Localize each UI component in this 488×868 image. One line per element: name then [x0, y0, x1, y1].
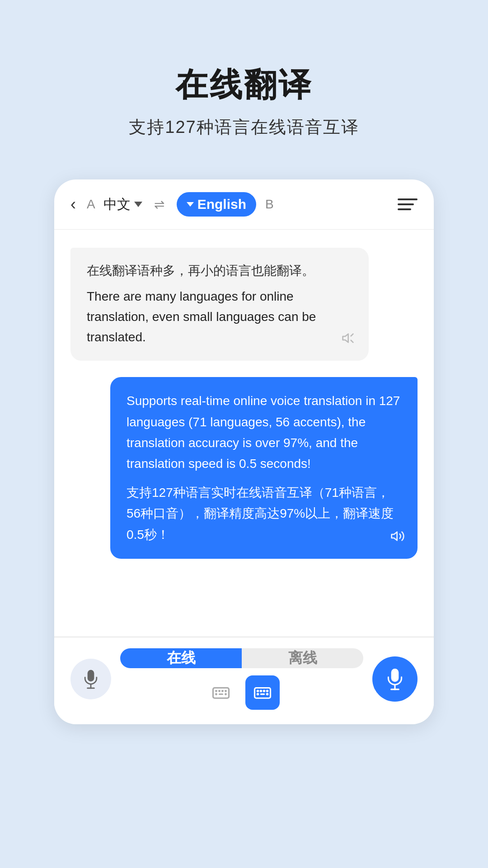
keyboard-inactive-button[interactable] [204, 675, 238, 710]
svg-point-16 [222, 690, 223, 691]
source-language-selector[interactable]: 中文 [103, 195, 142, 214]
mode-online-button[interactable]: 在线 [120, 648, 242, 668]
mic-button-left[interactable] [70, 659, 111, 699]
hero-title: 在线翻译 [175, 63, 313, 107]
swap-languages-button[interactable]: ⇌ [150, 194, 169, 214]
svg-line-2 [351, 340, 353, 343]
sent-bubble: Supports real-time online voice translat… [110, 377, 418, 558]
bubble-translated-text: There are many languages for online tran… [87, 287, 352, 347]
source-language-label: 中文 [103, 195, 131, 214]
hero-subtitle: 支持127种语言在线语音互译 [129, 116, 359, 139]
menu-button[interactable] [398, 198, 418, 210]
target-language-selector[interactable]: English [177, 192, 256, 217]
chat-area: 在线翻译语种多，再小的语言也能翻译。 There are many langua… [54, 230, 434, 637]
bubble-source-text: 在线翻译语种多，再小的语言也能翻译。 [87, 261, 352, 280]
svg-marker-3 [392, 532, 397, 540]
hero-section: 在线翻译 支持127种语言在线语音互译 [0, 0, 488, 166]
svg-point-22 [260, 690, 261, 691]
svg-marker-0 [343, 334, 348, 343]
lang-a-label: A [87, 197, 95, 212]
svg-line-1 [351, 334, 353, 336]
received-bubble: 在线翻译语种多，再小的语言也能翻译。 There are many langua… [70, 248, 369, 361]
svg-point-19 [225, 693, 226, 694]
svg-point-15 [219, 690, 220, 691]
center-controls: 在线 离线 [120, 648, 363, 710]
bubble-english-text: Supports real-time online voice translat… [127, 391, 401, 474]
speaker-icon[interactable] [342, 331, 356, 349]
menu-line-1 [398, 198, 418, 200]
phone-card: ‹ A 中文 ⇌ English B 在线翻译语种多，再小的语言也能翻译。 Th… [54, 179, 434, 724]
svg-point-21 [257, 690, 258, 691]
svg-point-24 [267, 690, 267, 691]
svg-rect-20 [255, 688, 271, 698]
mode-offline-button[interactable]: 离线 [242, 648, 363, 668]
mic-button-right[interactable] [372, 656, 418, 702]
svg-point-23 [263, 690, 264, 691]
menu-line-3 [398, 208, 411, 210]
bubble-chinese-text: 支持127种语言实时在线语音互译（71种语言，56种口音），翻译精度高达97%以… [127, 482, 401, 545]
keyboard-active-button[interactable] [245, 675, 280, 710]
svg-point-17 [225, 690, 226, 691]
svg-point-26 [267, 693, 267, 694]
keyboard-row [120, 675, 363, 710]
bottom-toolbar: 在线 离线 [54, 637, 434, 724]
nav-bar: ‹ A 中文 ⇌ English B [54, 179, 434, 230]
menu-line-2 [398, 203, 414, 205]
target-language-label: English [197, 197, 246, 212]
svg-point-25 [257, 693, 258, 694]
mode-toggle: 在线 离线 [120, 648, 363, 668]
speaker-icon-right[interactable] [390, 529, 405, 547]
source-language-chevron-icon [134, 202, 142, 207]
svg-point-18 [216, 693, 217, 694]
svg-point-14 [216, 690, 217, 691]
lang-b-label: B [265, 197, 274, 212]
target-language-chevron-icon [187, 202, 194, 207]
svg-rect-6 [213, 688, 229, 698]
back-button[interactable]: ‹ [70, 195, 76, 214]
